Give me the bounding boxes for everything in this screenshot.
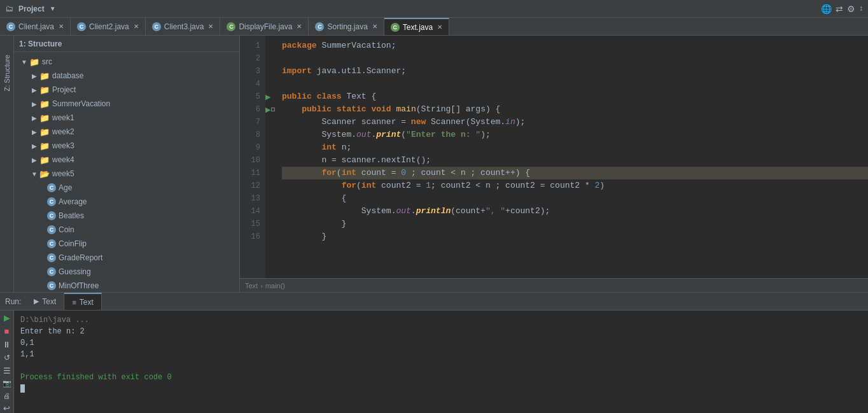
editor-area: 1 2 3 4 5 6 7 8 9 10 11 12 13 14 15 16 — [240, 36, 868, 292]
tree-item-gradereport[interactable]: C GradeReport — [14, 251, 239, 265]
tab-client-java[interactable]: C Client.java ✕ — [0, 18, 71, 35]
tree-item-week4[interactable]: ▶ 📁 week4 — [14, 153, 239, 167]
line-num-13: 13 — [240, 192, 265, 205]
tree-item-src[interactable]: ▼ 📁 src — [14, 55, 239, 69]
bottom-tab-bar: Run: ▶ Text ≡ Text — [0, 293, 868, 311]
tree-item-beatles[interactable]: C Beatles — [14, 209, 239, 223]
tree-item-project[interactable]: ▶ 📁 Project — [14, 83, 239, 97]
line-num-15: 15 — [240, 218, 265, 230]
code-line-8: System.out.print("Enter the n: "); — [282, 129, 868, 141]
code-content[interactable]: package SummerVacation; import java.util… — [277, 36, 868, 278]
stop-button[interactable]: ■ — [1, 326, 13, 336]
class-icon-guessing: C — [47, 267, 56, 276]
tree-item-coinflip[interactable]: C CoinFlip — [14, 237, 239, 251]
pin-icon[interactable]: ↕ — [859, 4, 863, 14]
active-tab-label: Text — [80, 298, 94, 307]
tree-item-database[interactable]: ▶ 📁 database — [14, 69, 239, 83]
code-line-13: { — [282, 192, 868, 205]
tree-item-week5[interactable]: ▼ 📂 week5 — [14, 167, 239, 181]
play-button[interactable]: ▶ — [1, 313, 13, 323]
tab-label-client3: Client3.java — [164, 22, 204, 31]
arrow-week4: ▶ — [29, 157, 39, 164]
tab-client3-java[interactable]: C Client3.java ✕ — [146, 18, 221, 35]
tab-sorting-java[interactable]: C Sorting.java ✕ — [309, 18, 384, 35]
bottom-content: ▶ ■ ⏸ ↺ ☰ 📷 🖨 ↩ D:\bin\java ... Enter th… — [0, 311, 868, 413]
tree-item-week1[interactable]: ▶ 📁 week1 — [14, 111, 239, 125]
breadcrumb: Text › main() — [240, 278, 868, 292]
bottom-tab-text-run[interactable]: ▶ Text — [26, 293, 64, 310]
tree-item-summervacation[interactable]: ▶ 📁 SummerVacation — [14, 97, 239, 111]
folder-icon-src: 📁 — [29, 57, 39, 67]
rerun-button[interactable]: ↺ — [1, 353, 13, 362]
arrow-database: ▶ — [29, 73, 39, 80]
label-summervacation: SummerVacation — [52, 99, 110, 108]
breadcrumb-class: Text — [245, 282, 258, 290]
tab-displayfile-java[interactable]: C DisplayFile.java ✕ — [220, 18, 309, 35]
line-num-12: 12 — [240, 179, 265, 192]
tab-close-client3[interactable]: ✕ — [208, 23, 213, 30]
file-tree[interactable]: ▼ 📁 src ▶ 📁 database ▶ 📁 — [14, 52, 239, 292]
code-line-10: n = scanner.nextInt(); — [282, 154, 868, 167]
tab-close-client[interactable]: ✕ — [59, 23, 64, 30]
top-bar: 🗂 Project ▼ 🌐 ⇄ ⚙ ↕ — [0, 0, 868, 18]
class-icon-gradereport: C — [47, 253, 56, 262]
label-coinflip: CoinFlip — [59, 239, 87, 248]
panel-header-label: 1: Structure — [19, 39, 62, 48]
dropdown-arrow[interactable]: ▼ — [50, 5, 56, 12]
tree-item-average[interactable]: C Average — [14, 195, 239, 209]
tab-label-client2: Client2.java — [89, 22, 129, 31]
settings-run-button[interactable]: ☰ — [1, 366, 13, 375]
label-week5: week5 — [52, 169, 74, 178]
class-icon-age: C — [47, 183, 56, 192]
tab-close-sorting[interactable]: ✕ — [372, 23, 377, 30]
tab-client2-java[interactable]: C Client2.java ✕ — [71, 18, 146, 35]
run-tab-label: Text — [42, 297, 56, 306]
tree-item-minofthree[interactable]: C MinOfThree — [14, 279, 239, 292]
arrow-project: ▶ — [29, 87, 39, 94]
tab-text-java[interactable]: C Text.java ✕ — [384, 18, 449, 35]
folder-icon-week5: 📂 — [39, 169, 50, 179]
structure-label[interactable]: Z: Structure — [3, 55, 11, 91]
terminal-output: D:\bin\java ... Enter the n: 2 0,1 1,1 P… — [14, 311, 868, 413]
tree-item-age[interactable]: C Age — [14, 181, 239, 195]
class-icon-average: C — [47, 197, 56, 206]
label-beatles: Beatles — [59, 211, 84, 220]
folder-icon-week1: 📁 — [39, 113, 50, 123]
breadcrumb-method: main() — [265, 282, 285, 290]
tree-item-guessing[interactable]: C Guessing — [14, 265, 239, 279]
terminal-line-exit: Process finished with exit code 0 — [20, 372, 862, 383]
code-line-3: import java.util.Scanner; — [282, 65, 868, 78]
code-line-15: } — [282, 218, 868, 230]
label-average: Average — [59, 197, 87, 206]
back-button[interactable]: ↩ — [1, 403, 13, 413]
arrow-week2: ▶ — [29, 129, 39, 136]
snapshot-button[interactable]: 📷 — [1, 379, 13, 388]
tab-close-client2[interactable]: ✕ — [134, 23, 139, 30]
terminal-cursor — [20, 384, 25, 393]
folder-icon-database: 📁 — [39, 71, 50, 81]
tree-item-week3[interactable]: ▶ 📁 week3 — [14, 139, 239, 153]
tree-item-coin[interactable]: C Coin — [14, 223, 239, 237]
tab-icon-displayfile: C — [227, 22, 235, 31]
folder-icon-week3: 📁 — [39, 141, 50, 151]
tab-close-text[interactable]: ✕ — [437, 24, 442, 31]
pause-button[interactable]: ⏸ — [1, 340, 13, 349]
label-guessing: Guessing — [59, 267, 91, 276]
class-icon-coin: C — [47, 225, 56, 234]
tab-close-displayfile[interactable]: ✕ — [297, 23, 302, 30]
sync-icon[interactable]: ⇄ — [836, 4, 843, 14]
code-line-6: public static void main(String[] args) { — [282, 103, 868, 116]
line-num-11: 11 — [240, 167, 265, 179]
tree-item-week2[interactable]: ▶ 📁 week2 — [14, 125, 239, 139]
tab-label-text: Text.java — [403, 23, 433, 32]
settings-icon[interactable]: ⚙ — [847, 4, 855, 14]
label-minofthree: MinOfThree — [59, 281, 99, 290]
run-arrow-5: ▶ — [265, 90, 277, 103]
bottom-tab-text-active[interactable]: ≡ Text — [64, 293, 101, 310]
code-line-7: Scanner scanner = new Scanner(System.in)… — [282, 116, 868, 129]
terminal-line-4: 1,1 — [20, 349, 862, 360]
print-button[interactable]: 🖨 — [1, 391, 13, 400]
code-container[interactable]: 1 2 3 4 5 6 7 8 9 10 11 12 13 14 15 16 — [240, 36, 868, 278]
toolbar-icons: 🌐 ⇄ ⚙ ↕ — [821, 4, 863, 14]
globe-icon[interactable]: 🌐 — [821, 4, 832, 14]
